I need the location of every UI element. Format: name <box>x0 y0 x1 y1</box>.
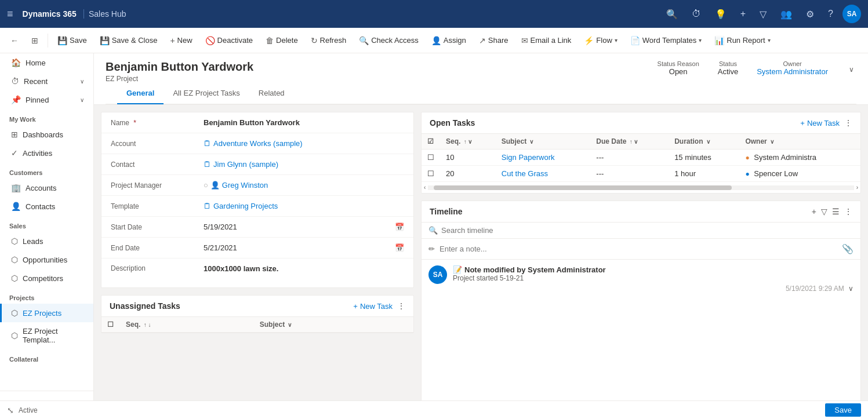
refresh-button[interactable]: ↻ Refresh <box>305 32 353 49</box>
sidebar-item-activities[interactable]: ✓ Activities <box>0 144 93 162</box>
timeline-add-icon[interactable]: + <box>812 207 816 216</box>
unassigned-new-task-button[interactable]: + New Task <box>353 302 393 311</box>
sidebar-item-opportunities[interactable]: ⬡ Opportunities <box>0 250 93 269</box>
start-date-calendar-icon[interactable]: 📅 <box>395 223 404 231</box>
new-icon: + <box>170 36 175 45</box>
avatar[interactable]: SA <box>842 5 861 23</box>
unassigned-tasks-more-icon[interactable]: ⋮ <box>397 301 405 311</box>
ot-duration-col[interactable]: Duration ∨ <box>669 134 739 150</box>
template-value[interactable]: Gardening Projects <box>213 202 278 210</box>
sidebar-item-contacts[interactable]: 👤 Contacts <box>0 197 93 216</box>
word-templates-button[interactable]: 📄 Word Templates ▾ <box>624 32 707 49</box>
sidebar-item-dashboards[interactable]: ⊞ Dashboards <box>0 125 93 144</box>
ot-seq-col[interactable]: Seq. ↑ ∨ <box>440 134 496 150</box>
sidebar-item-ez-projects[interactable]: ⬡ EZ Projects <box>0 304 93 322</box>
flow-icon: ⚡ <box>584 36 594 45</box>
add-icon[interactable]: + <box>736 6 750 21</box>
ot-check-icon[interactable]: ☑ <box>427 137 434 145</box>
ot-subject-col[interactable]: Subject ∨ <box>496 134 591 150</box>
pinned-expand-icon: ∨ <box>80 97 84 103</box>
start-date-value[interactable]: 5/19/2021 <box>204 223 395 231</box>
end-date-calendar-icon[interactable]: 📅 <box>395 243 404 252</box>
timeline-filter-icon[interactable]: ▽ <box>821 207 827 216</box>
unassigned-tasks-header: Unassigned Tasks + New Task ⋮ <box>101 296 413 317</box>
row-owner[interactable]: ● Spencer Low <box>739 166 860 182</box>
check-access-button[interactable]: 🔍 Check Access <box>353 32 424 49</box>
timeline-search-input[interactable] <box>441 226 854 235</box>
assign-button[interactable]: 👤 Assign <box>426 32 472 49</box>
deactivate-button[interactable]: 🚫 Deactivate <box>199 32 259 49</box>
template-value-row: 🗒 Gardening Projects <box>204 202 278 210</box>
timeline-note-input[interactable] <box>440 245 837 253</box>
timer-icon[interactable]: ⏱ <box>687 6 706 21</box>
timeline-entry-content: 📝 Note modified by System Administrator … <box>453 265 854 293</box>
run-report-dropdown-icon[interactable]: ▾ <box>768 37 771 43</box>
right-panel: Open Tasks + New Task ⋮ <box>421 112 861 412</box>
unassigned-seq-col[interactable]: Seq. ↑ ↓ <box>120 317 254 333</box>
grid-view-button[interactable]: ⊞ <box>26 32 44 49</box>
save-close-button[interactable]: 💾 Save & Close <box>94 32 164 49</box>
timeline-expand-icon[interactable]: ∨ <box>848 285 854 293</box>
tab-all-tasks[interactable]: All EZ Project Tasks <box>164 83 249 104</box>
description-value[interactable]: 1000x1000 lawn size. <box>204 264 404 273</box>
scroll-right-icon[interactable]: › <box>854 184 860 191</box>
flow-button[interactable]: ⚡ Flow ▾ <box>578 32 623 49</box>
run-report-button[interactable]: 📊 Run Report ▾ <box>709 32 776 49</box>
sidebar-item-leads[interactable]: ⬡ Leads <box>0 232 93 250</box>
ot-due-date-col[interactable]: Due Date ↑ ∨ <box>590 134 669 150</box>
row-check[interactable]: ☐ <box>422 150 440 166</box>
contact-value[interactable]: Jim Glynn (sample) <box>213 160 278 169</box>
name-value[interactable]: Benjamin Button Yardwork <box>204 118 404 127</box>
status-chevron-icon[interactable]: ∨ <box>847 63 856 76</box>
ot-owner-col[interactable]: Owner ∨ <box>739 134 860 150</box>
sidebar-item-competitors[interactable]: ⬡ Competitors <box>0 269 93 287</box>
lightbulb-icon[interactable]: 💡 <box>710 6 731 22</box>
tab-related[interactable]: Related <box>249 83 294 104</box>
project-manager-value-row: ○ 👤 Greg Winston <box>204 181 268 190</box>
description-label: Description <box>111 264 204 272</box>
row-subject[interactable]: Cut the Grass <box>496 166 591 182</box>
back-button[interactable]: ← <box>5 32 24 49</box>
settings-icon[interactable]: ⚙ <box>801 6 819 22</box>
account-value[interactable]: Adventure Works (sample) <box>213 139 303 148</box>
row-check[interactable]: ☐ <box>422 166 440 182</box>
flow-dropdown-icon[interactable]: ▾ <box>615 37 618 43</box>
tab-general[interactable]: General <box>117 83 164 104</box>
row-owner[interactable]: ● System Administra <box>739 150 860 166</box>
owner-value[interactable]: System Administrator <box>757 67 828 76</box>
open-tasks-new-button[interactable]: + New Task <box>800 119 840 127</box>
search-icon[interactable]: 🔍 <box>662 6 682 22</box>
row-subject[interactable]: Sign Paperwork <box>496 150 591 166</box>
filter-icon[interactable]: ▽ <box>755 6 771 22</box>
open-tasks-scrollbar[interactable] <box>428 185 854 190</box>
refresh-icon: ↻ <box>311 36 318 45</box>
scroll-left-icon[interactable]: ‹ <box>422 184 428 191</box>
email-link-button[interactable]: ✉ Email a Link <box>515 32 578 49</box>
delete-button[interactable]: 🗑 Delete <box>260 32 304 49</box>
new-button[interactable]: + New <box>164 32 198 49</box>
save-button[interactable]: 💾 Save <box>52 32 93 49</box>
hamburger-icon[interactable]: ≡ <box>7 8 13 20</box>
users-icon[interactable]: 👥 <box>776 6 797 22</box>
attachment-icon[interactable]: 📎 <box>842 243 854 254</box>
unassigned-check-icon[interactable]: ☐ <box>107 320 114 329</box>
sidebar-item-recent[interactable]: ⏱ Recent ∨ <box>0 72 93 90</box>
timeline-more-icon[interactable]: ⋮ <box>844 207 852 216</box>
timeline-avatar: SA <box>428 265 447 284</box>
share-button[interactable]: ↗ Share <box>473 32 514 49</box>
open-tasks-more-icon[interactable]: ⋮ <box>844 118 852 127</box>
sidebar-item-home[interactable]: 🏠 Home <box>0 53 93 72</box>
unassigned-subject-col[interactable]: Subject ∨ <box>254 317 413 333</box>
word-templates-dropdown-icon[interactable]: ▾ <box>699 37 702 43</box>
sidebar-item-pinned[interactable]: 📌 Pinned ∨ <box>0 90 93 109</box>
expand-icon[interactable]: ⤡ <box>7 406 14 415</box>
sidebar-item-ez-templates[interactable]: ⬡ EZ Project Templat... <box>0 322 93 349</box>
status-bar-save-button[interactable]: Save <box>825 403 861 417</box>
ez-projects-icon: ⬡ <box>11 308 18 318</box>
timeline-list-icon[interactable]: ☰ <box>832 207 840 216</box>
project-manager-value[interactable]: Greg Winston <box>222 181 268 190</box>
end-date-value[interactable]: 5/21/2021 <box>204 243 395 252</box>
sidebar-item-accounts[interactable]: 🏢 Accounts <box>0 178 93 197</box>
help-icon[interactable]: ? <box>823 6 838 21</box>
contacts-icon: 👤 <box>11 202 21 211</box>
